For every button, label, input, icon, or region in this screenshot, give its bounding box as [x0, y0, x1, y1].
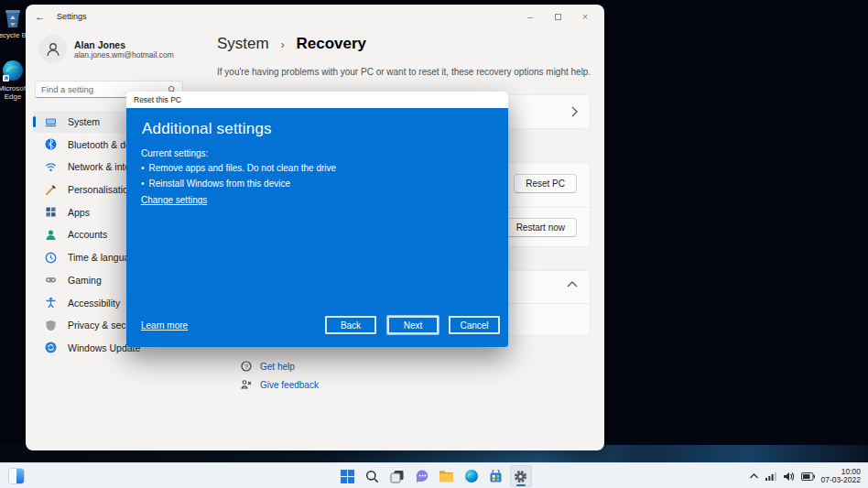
- close-button[interactable]: ×: [571, 5, 599, 28]
- maximize-icon: [555, 14, 561, 20]
- minimize-button[interactable]: –: [516, 5, 544, 28]
- restart-now-button[interactable]: Restart now: [505, 218, 577, 237]
- window-title: Settings: [57, 12, 87, 21]
- search-icon: [365, 470, 379, 483]
- breadcrumb-parent[interactable]: System: [217, 35, 269, 52]
- desktop: Recycle Bin Microsoft Edge ← Settings: [0, 0, 868, 488]
- system-icon: [44, 115, 57, 128]
- breadcrumb-separator: ›: [280, 38, 284, 51]
- clock-icon: [44, 251, 57, 264]
- back-button-dialog[interactable]: Back: [325, 316, 376, 334]
- update-icon: [44, 342, 57, 354]
- clock-date: 07-03-2022: [821, 476, 861, 485]
- breadcrumb: System › Recovery: [217, 35, 366, 53]
- give-feedback-link[interactable]: Give feedback: [241, 379, 319, 390]
- start-button[interactable]: [337, 465, 359, 487]
- network-icon[interactable]: [765, 472, 776, 481]
- gear-icon: [513, 469, 528, 484]
- svg-text:?: ?: [244, 363, 248, 371]
- learn-more-link[interactable]: Learn more: [141, 320, 188, 331]
- current-settings-label: Current settings:: [141, 148, 208, 158]
- apps-icon: [44, 206, 57, 219]
- chevron-right-icon: [570, 105, 579, 118]
- taskbar-center: [0, 463, 868, 488]
- chat-button[interactable]: [411, 465, 433, 487]
- edge-button[interactable]: [461, 465, 483, 487]
- window-titlebar[interactable]: ← Settings – ×: [26, 5, 604, 28]
- microsoft-store-button[interactable]: [485, 465, 507, 487]
- edge-icon: [464, 469, 479, 483]
- change-settings-link[interactable]: Change settings: [141, 195, 207, 205]
- page-title: Recovery: [297, 35, 367, 52]
- user-account-block[interactable]: Alan Jones alan.jones.wm@hotmail.com: [38, 35, 174, 63]
- dialog-body: Additional settings Current settings: Re…: [126, 108, 508, 347]
- windows-logo-icon: [341, 470, 354, 483]
- hidden-icons-chevron[interactable]: [749, 472, 759, 480]
- avatar: [38, 35, 67, 63]
- bluetooth-icon: [44, 138, 57, 151]
- chat-icon: [415, 469, 429, 483]
- accessibility-icon: [44, 297, 57, 309]
- task-view-icon: [390, 470, 405, 483]
- volume-icon[interactable]: [783, 472, 795, 482]
- get-help-link[interactable]: ? Get help: [241, 361, 295, 372]
- task-view-button[interactable]: [386, 465, 408, 487]
- next-button-dialog[interactable]: Next: [387, 316, 439, 334]
- settings-taskbar-button[interactable]: [510, 465, 532, 487]
- reset-pc-dialog: Reset this PC Additional settings Curren…: [126, 92, 508, 347]
- setting-item: Reinstall Windows from this device: [141, 179, 290, 189]
- folder-icon: [439, 470, 454, 483]
- cancel-button-dialog[interactable]: Cancel: [449, 316, 500, 334]
- brush-icon: [44, 183, 57, 196]
- back-button[interactable]: ←: [35, 11, 45, 22]
- user-name: Alan Jones: [74, 39, 174, 50]
- wifi-icon: [44, 160, 57, 173]
- gamepad-icon: [44, 274, 57, 287]
- dialog-heading: Additional settings: [142, 120, 272, 138]
- setting-item: Remove apps and files. Do not clean the …: [141, 163, 336, 173]
- taskbar: 10:00 07-03-2022: [0, 462, 868, 488]
- battery-icon[interactable]: [801, 472, 815, 481]
- user-email: alan.jones.wm@hotmail.com: [74, 50, 174, 60]
- maximize-button[interactable]: [544, 5, 571, 28]
- dialog-title: Reset this PC: [134, 95, 181, 104]
- system-tray: 10:00 07-03-2022: [749, 463, 861, 488]
- chevron-up-icon: [566, 280, 579, 288]
- dialog-titlebar[interactable]: Reset this PC: [126, 92, 508, 108]
- get-help-icon: ?: [241, 361, 252, 372]
- taskbar-search-button[interactable]: [362, 465, 384, 487]
- clock[interactable]: 10:00 07-03-2022: [821, 468, 861, 485]
- file-explorer-button[interactable]: [436, 465, 458, 487]
- reset-pc-button[interactable]: Reset PC: [514, 174, 577, 193]
- shield-icon: [44, 319, 57, 331]
- store-icon: [489, 470, 503, 483]
- feedback-icon: [241, 379, 252, 390]
- page-description: If you're having problems with your PC o…: [217, 67, 591, 77]
- accounts-icon: [44, 228, 57, 241]
